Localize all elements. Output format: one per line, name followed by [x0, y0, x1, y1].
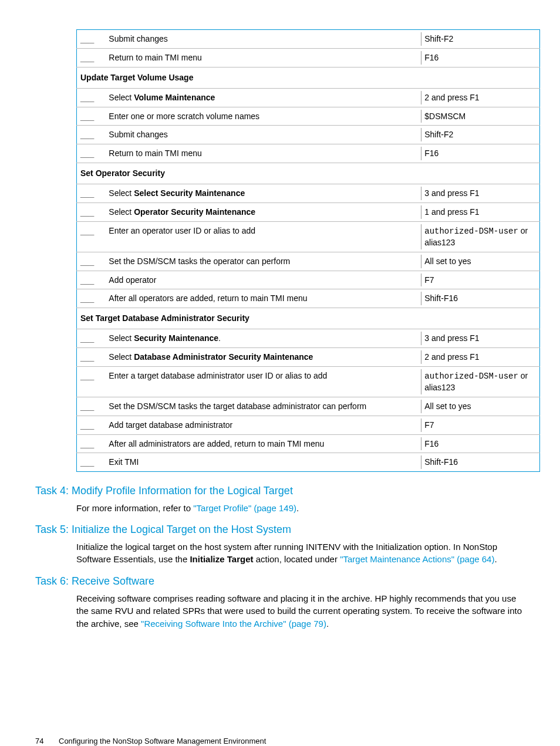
checkbox-blank: ___	[77, 107, 106, 126]
step-text: Select Database Administrator Security M…	[105, 348, 421, 367]
task4-body: For more information, refer to "Target P…	[76, 502, 525, 515]
step-text: Add target database administrator	[105, 416, 421, 434]
step-text: Select Volume Maintenance	[105, 88, 421, 107]
step-value: 3 and press F1	[421, 329, 539, 348]
step-value: Shift-F16	[421, 453, 539, 472]
task6-heading: Task 6: Receive Software	[35, 574, 525, 588]
step-text: Submit changes	[105, 126, 421, 144]
procedure-table: ___Submit changesShift-F2___Return to ma…	[76, 29, 540, 472]
step-text: Enter an operator user ID or alias to ad…	[105, 221, 421, 252]
step-text: Select Operator Security Maintenance	[105, 203, 421, 222]
step-value: F7	[421, 271, 539, 289]
step-value: 3 and press F1	[421, 184, 539, 203]
step-text: Submit changes	[105, 30, 421, 49]
task6-body: Receiving software comprises reading sof…	[76, 592, 525, 630]
step-text: Enter a target database administrator us…	[105, 367, 421, 397]
task4-link[interactable]: "Target Profile" (page 149)	[193, 503, 296, 513]
step-value: F7	[421, 416, 539, 434]
step-text: Return to main TMI menu	[105, 144, 421, 163]
checkbox-blank: ___	[77, 30, 106, 49]
step-value: F16	[421, 144, 539, 163]
step-text: Return to main TMI menu	[105, 48, 421, 67]
step-text: Add operator	[105, 271, 421, 289]
checkbox-blank: ___	[77, 271, 106, 289]
step-value: Shift-F16	[421, 289, 539, 308]
checkbox-blank: ___	[77, 416, 106, 434]
page-number: 74	[35, 736, 43, 746]
step-text: Select Select Security Maintenance	[105, 184, 421, 203]
task5-body: Initialize the logical target on the hos…	[76, 541, 525, 566]
step-text: Set the DSM/SCM tasks the target databas…	[105, 397, 421, 416]
checkbox-blank: ___	[77, 126, 106, 144]
task5-heading: Task 5: Initialize the Logical Target on…	[35, 522, 525, 536]
checkbox-blank: ___	[77, 221, 106, 252]
step-value: All set to yes	[421, 397, 539, 416]
step-text: Exit TMI	[105, 453, 421, 472]
step-value: Shift-F2	[421, 30, 539, 49]
checkbox-blank: ___	[77, 48, 106, 67]
page-title: Configuring the NonStop Software Managem…	[59, 736, 266, 746]
checkbox-blank: ___	[77, 329, 106, 348]
task6-link[interactable]: "Receiving Software Into the Archive" (p…	[141, 619, 326, 629]
task5-link[interactable]: "Target Maintenance Actions" (page 64)	[340, 554, 494, 564]
section-header: Update Target Volume Usage	[77, 67, 540, 88]
step-value: F16	[421, 434, 539, 453]
step-value: authorized-DSM-user or alias123	[421, 367, 539, 397]
section-header: Set Target Database Administrator Securi…	[77, 308, 540, 329]
step-value: 2 and press F1	[421, 348, 539, 367]
checkbox-blank: ___	[77, 203, 106, 222]
step-value: 2 and press F1	[421, 88, 539, 107]
step-value: All set to yes	[421, 252, 539, 271]
checkbox-blank: ___	[77, 184, 106, 203]
step-value: $DSMSCM	[421, 107, 539, 126]
checkbox-blank: ___	[77, 397, 106, 416]
section-header: Set Operator Security	[77, 163, 540, 184]
step-text: Enter one or more scratch volume names	[105, 107, 421, 126]
task4-heading: Task 4: Modify Profile Information for t…	[35, 484, 525, 498]
step-value: authorized-DSM-user or alias123	[421, 221, 539, 252]
step-value: F16	[421, 48, 539, 67]
step-text: Select Security Maintenance.	[105, 329, 421, 348]
checkbox-blank: ___	[77, 434, 106, 453]
step-value: 1 and press F1	[421, 203, 539, 222]
checkbox-blank: ___	[77, 453, 106, 472]
step-value: Shift-F2	[421, 126, 539, 144]
checkbox-blank: ___	[77, 144, 106, 163]
checkbox-blank: ___	[77, 289, 106, 308]
checkbox-blank: ___	[77, 367, 106, 397]
checkbox-blank: ___	[77, 348, 106, 367]
checkbox-blank: ___	[77, 88, 106, 107]
step-text: After all operators are added, return to…	[105, 289, 421, 308]
step-text: After all administrators are added, retu…	[105, 434, 421, 453]
step-text: Set the DSM/SCM tasks the operator can p…	[105, 252, 421, 271]
checkbox-blank: ___	[77, 252, 106, 271]
